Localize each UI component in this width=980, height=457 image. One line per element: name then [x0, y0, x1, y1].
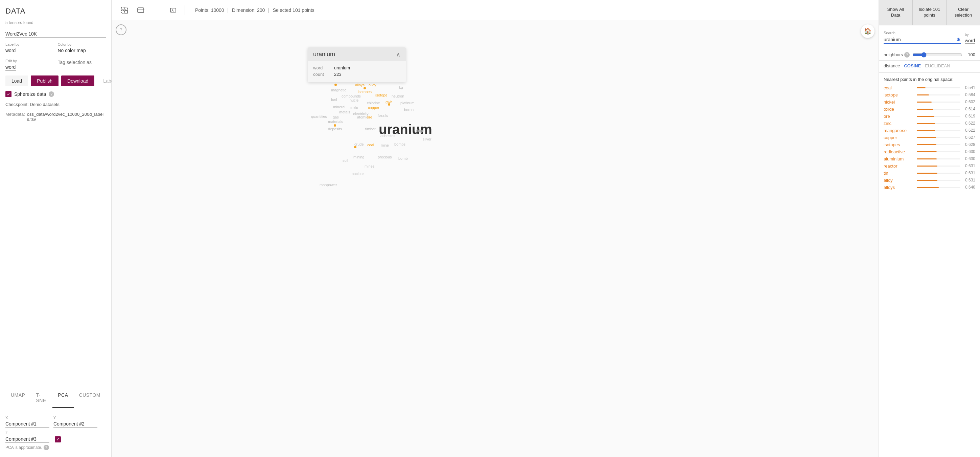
- word-mine[interactable]: mine: [381, 143, 389, 147]
- nearest-word[interactable]: copper: [884, 135, 914, 140]
- nearest-word[interactable]: aluminium: [884, 157, 914, 161]
- screenshot-icon[interactable]: [135, 4, 147, 16]
- word-crude[interactable]: crude: [355, 142, 364, 146]
- neighbors-slider[interactable]: [912, 52, 963, 58]
- word-coal[interactable]: coal: [367, 143, 374, 147]
- word-chlorine[interactable]: chlorine: [367, 101, 380, 105]
- nearest-word[interactable]: tin: [884, 171, 914, 176]
- nearest-word[interactable]: manganese: [884, 128, 914, 133]
- word-precious[interactable]: precious: [378, 155, 392, 159]
- y-select[interactable]: Component #2: [53, 420, 97, 428]
- nightmode-icon[interactable]: [151, 4, 163, 16]
- word-alloy[interactable]: alloy: [369, 83, 376, 87]
- word-materials[interactable]: materials: [328, 120, 343, 123]
- word-bomb[interactable]: bomb: [398, 157, 408, 160]
- z-checkbox[interactable]: [55, 436, 61, 443]
- tab-pca[interactable]: PCA: [52, 388, 73, 408]
- word-magnetic[interactable]: magnetic: [331, 88, 346, 92]
- tag-selection-input[interactable]: [58, 59, 106, 66]
- by-select[interactable]: word: [965, 38, 975, 44]
- word-boron[interactable]: boron: [404, 108, 414, 112]
- canvas-help-button[interactable]: ?: [116, 24, 126, 35]
- word-ridge[interactable]: ridge: [416, 129, 424, 133]
- nearest-word[interactable]: nickel: [884, 99, 914, 105]
- word-mineral[interactable]: mineral: [333, 105, 345, 109]
- home-button[interactable]: 🏠: [861, 24, 875, 38]
- nearest-word[interactable]: alloys: [884, 185, 914, 190]
- word-neutron[interactable]: neutron: [391, 94, 404, 98]
- tooltip-close-button[interactable]: ∧: [396, 51, 400, 58]
- nearest-word[interactable]: isotopes: [884, 142, 914, 147]
- word-toxic[interactable]: toxic: [350, 105, 358, 110]
- word-fuel[interactable]: fuel: [331, 97, 337, 102]
- word-silver[interactable]: silver: [423, 137, 431, 141]
- nearest-bar: [917, 87, 926, 88]
- tab-umap[interactable]: UMAP: [5, 388, 30, 408]
- word-nuclear[interactable]: nuclear: [352, 172, 364, 176]
- nearest-word[interactable]: coal: [884, 85, 914, 90]
- nearest-word[interactable]: oxide: [884, 107, 914, 112]
- word-compounds[interactable]: compounds: [342, 94, 361, 98]
- word-bombs[interactable]: bombs: [394, 142, 406, 146]
- search-input[interactable]: [884, 37, 955, 42]
- dot-0[interactable]: [334, 84, 337, 86]
- word-isotopes[interactable]: isotopes: [358, 90, 372, 94]
- selection-icon[interactable]: [118, 4, 130, 16]
- dot-4[interactable]: [354, 146, 356, 148]
- nearest-word[interactable]: reactor: [884, 163, 914, 169]
- download-button[interactable]: Download: [61, 75, 94, 86]
- sphereize-help-icon[interactable]: ?: [49, 91, 54, 97]
- word-metals[interactable]: metals: [339, 110, 350, 114]
- top-btn-1[interactable]: Isolate 101 points: [913, 0, 947, 25]
- word-gas[interactable]: gas: [333, 115, 339, 119]
- canvas-area[interactable]: ionsoxidethermalhydrogengraphitealloysal…: [111, 20, 878, 457]
- top-btn-2[interactable]: Clear selection: [947, 0, 980, 25]
- word-kg[interactable]: kg: [399, 85, 403, 89]
- word-asbestos[interactable]: asbestos: [380, 134, 395, 138]
- nearest-word[interactable]: zinc: [884, 121, 914, 126]
- color-by-select[interactable]: No color map: [58, 47, 86, 54]
- dot-2[interactable]: [388, 103, 390, 105]
- word-fossils[interactable]: fossils: [378, 113, 388, 117]
- word-atomic[interactable]: atomic: [357, 115, 368, 119]
- dot-1[interactable]: [364, 87, 366, 89]
- edit-by-select[interactable]: word: [5, 64, 16, 71]
- word-alloys[interactable]: alloys: [355, 83, 364, 87]
- nearest-word[interactable]: radioactive: [884, 149, 914, 154]
- x-select[interactable]: Component #1: [5, 420, 49, 428]
- load-button[interactable]: Load: [5, 75, 28, 86]
- word-deposits[interactable]: deposits: [328, 127, 342, 131]
- word-quantities[interactable]: quantities: [311, 114, 327, 118]
- euclidean-button[interactable]: EUCLIDEAN: [925, 63, 950, 69]
- tab-custom[interactable]: CUSTOM: [74, 388, 106, 408]
- nearest-word[interactable]: alloy: [884, 178, 914, 183]
- word-timber[interactable]: timber: [365, 127, 376, 131]
- label-icon[interactable]: A: [167, 4, 179, 16]
- search-star-icon[interactable]: ✱: [957, 37, 961, 42]
- dot-3[interactable]: [334, 124, 336, 126]
- publish-button[interactable]: Publish: [31, 75, 59, 86]
- neighbors-help-icon[interactable]: ?: [904, 52, 910, 58]
- label-by-select[interactable]: word: [5, 47, 16, 54]
- z-select[interactable]: Component #3: [5, 436, 49, 443]
- top-btn-0[interactable]: Show All Data: [879, 0, 913, 25]
- word-ore[interactable]: ore: [367, 115, 372, 119]
- word-copper[interactable]: copper: [368, 105, 379, 110]
- word-mining[interactable]: mining: [353, 155, 364, 159]
- word-nuclei[interactable]: nuclei: [350, 98, 360, 102]
- word-platinum[interactable]: platinum: [400, 101, 415, 105]
- word-manpower[interactable]: manpower: [320, 183, 337, 187]
- pca-approx-help-icon[interactable]: ?: [44, 445, 49, 450]
- nearest-word[interactable]: ore: [884, 114, 914, 119]
- word-mines[interactable]: mines: [364, 164, 374, 168]
- sphereize-checkbox[interactable]: [5, 91, 11, 97]
- word-cloud[interactable]: ionsoxidethermalhydrogengraphitealloysal…: [111, 20, 878, 457]
- nearest-word[interactable]: isotope: [884, 93, 914, 97]
- word-isotope[interactable]: isotope: [375, 93, 387, 97]
- cosine-button[interactable]: COSINE: [904, 63, 921, 69]
- word-tin[interactable]: tin: [396, 129, 400, 133]
- label-color-row: Label by word Color by No color map: [5, 42, 106, 54]
- dataset-select[interactable]: Word2Vec 10K: [5, 30, 106, 38]
- tab-tsne[interactable]: T-SNE: [30, 388, 52, 408]
- word-soil[interactable]: soil: [342, 158, 348, 163]
